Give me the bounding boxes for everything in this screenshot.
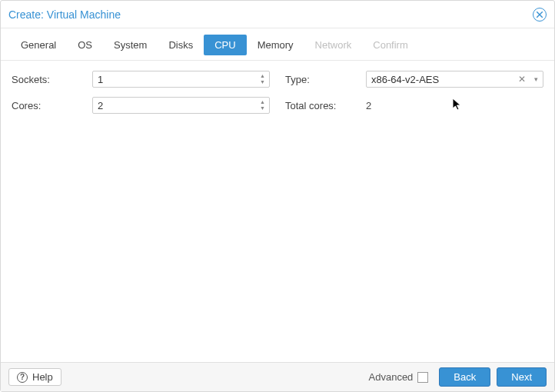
cores-stepper[interactable]: ▲ ▼: [255, 99, 269, 111]
tab-system[interactable]: System: [103, 35, 158, 55]
sockets-spinner[interactable]: ▲ ▼: [92, 71, 270, 88]
footer: ? Help Advanced Back Next: [1, 362, 554, 391]
type-combo[interactable]: ✕ ▾: [366, 71, 543, 88]
dialog-title: Create: Virtual Machine: [8, 8, 533, 21]
sockets-label: Sockets:: [12, 74, 92, 85]
cores-label: Cores:: [12, 100, 92, 111]
form-body: Sockets: ▲ ▼ Cores: ▲ ▼: [1, 61, 554, 362]
chevron-down-icon[interactable]: ▼: [260, 105, 265, 111]
tab-network: Network: [304, 35, 363, 55]
type-row: Type: ✕ ▾: [285, 70, 543, 88]
tab-os[interactable]: OS: [67, 35, 103, 55]
chevron-down-icon[interactable]: ▼: [260, 79, 265, 85]
cores-row: Cores: ▲ ▼: [12, 96, 270, 115]
advanced-checkbox[interactable]: [417, 372, 428, 383]
type-input[interactable]: [367, 71, 515, 87]
chevron-up-icon[interactable]: ▲: [260, 99, 265, 105]
chevron-down-icon[interactable]: ▾: [529, 75, 543, 83]
sockets-stepper[interactable]: ▲ ▼: [255, 73, 269, 85]
totalcores-value: 2: [366, 100, 371, 111]
close-icon[interactable]: [533, 8, 547, 22]
chevron-up-icon[interactable]: ▲: [260, 73, 265, 79]
tab-memory[interactable]: Memory: [247, 35, 304, 55]
help-label: Help: [32, 371, 53, 383]
help-button[interactable]: ? Help: [8, 368, 61, 386]
next-button[interactable]: Next: [497, 367, 547, 387]
back-button[interactable]: Back: [439, 367, 490, 387]
advanced-toggle[interactable]: Advanced: [369, 371, 429, 383]
sockets-input[interactable]: [93, 71, 255, 87]
tab-disks[interactable]: Disks: [158, 35, 204, 55]
cores-input[interactable]: [93, 98, 255, 113]
help-icon: ?: [17, 372, 28, 383]
right-column: Type: ✕ ▾ Total cores: 2: [285, 70, 543, 353]
totalcores-row: Total cores: 2: [285, 96, 543, 115]
type-label: Type:: [285, 74, 366, 85]
cores-spinner[interactable]: ▲ ▼: [92, 97, 270, 114]
wizard-tabs: General OS System Disks CPU Memory Netwo…: [1, 28, 554, 61]
clear-icon[interactable]: ✕: [515, 74, 529, 85]
advanced-label: Advanced: [369, 371, 414, 383]
left-column: Sockets: ▲ ▼ Cores: ▲ ▼: [12, 70, 270, 353]
vm-create-dialog: Create: Virtual Machine General OS Syste…: [0, 0, 555, 392]
titlebar: Create: Virtual Machine: [1, 1, 554, 28]
tab-general[interactable]: General: [10, 35, 67, 55]
tab-confirm: Confirm: [362, 35, 419, 55]
tab-cpu[interactable]: CPU: [204, 35, 246, 55]
totalcores-label: Total cores:: [285, 100, 366, 111]
sockets-row: Sockets: ▲ ▼: [12, 70, 270, 88]
